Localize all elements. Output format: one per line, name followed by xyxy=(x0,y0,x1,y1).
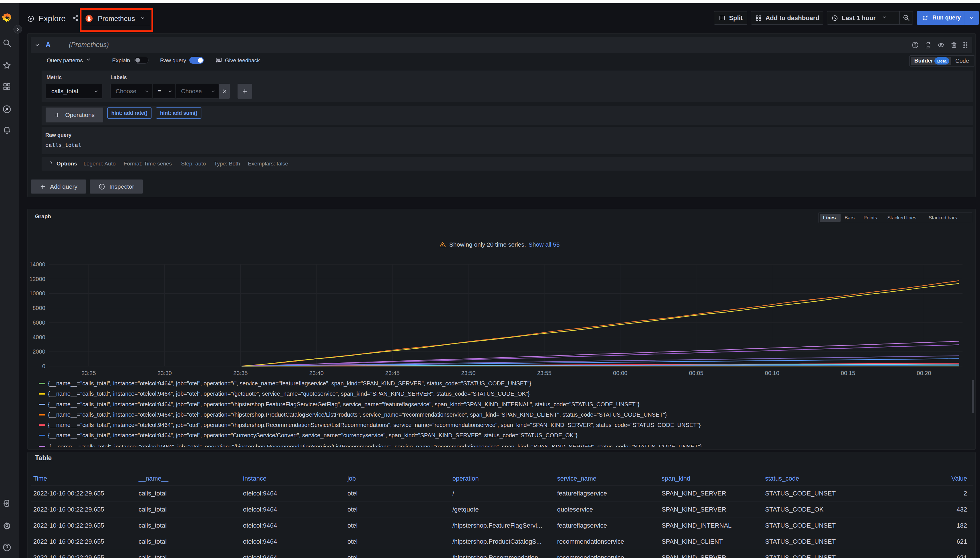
svg-text:23:45: 23:45 xyxy=(385,370,400,376)
svg-text:12000: 12000 xyxy=(29,276,45,282)
svg-text:23:40: 23:40 xyxy=(309,370,324,376)
svg-text:00:00: 00:00 xyxy=(613,370,627,376)
svg-text:23:55: 23:55 xyxy=(537,370,551,376)
svg-text:23:50: 23:50 xyxy=(461,370,475,376)
svg-text:23:35: 23:35 xyxy=(233,370,248,376)
svg-text:00:05: 00:05 xyxy=(689,370,704,376)
svg-text:8000: 8000 xyxy=(33,305,46,311)
svg-text:6000: 6000 xyxy=(33,319,46,326)
svg-text:23:30: 23:30 xyxy=(158,370,172,376)
svg-text:14000: 14000 xyxy=(29,261,45,268)
svg-text:23:25: 23:25 xyxy=(82,370,96,376)
svg-text:00:20: 00:20 xyxy=(917,370,931,376)
svg-text:4000: 4000 xyxy=(33,334,46,340)
svg-text:00:15: 00:15 xyxy=(841,370,855,376)
svg-text:10000: 10000 xyxy=(29,290,45,297)
svg-text:0: 0 xyxy=(42,363,45,369)
svg-text:2000: 2000 xyxy=(33,348,46,355)
svg-text:00:10: 00:10 xyxy=(765,370,779,376)
